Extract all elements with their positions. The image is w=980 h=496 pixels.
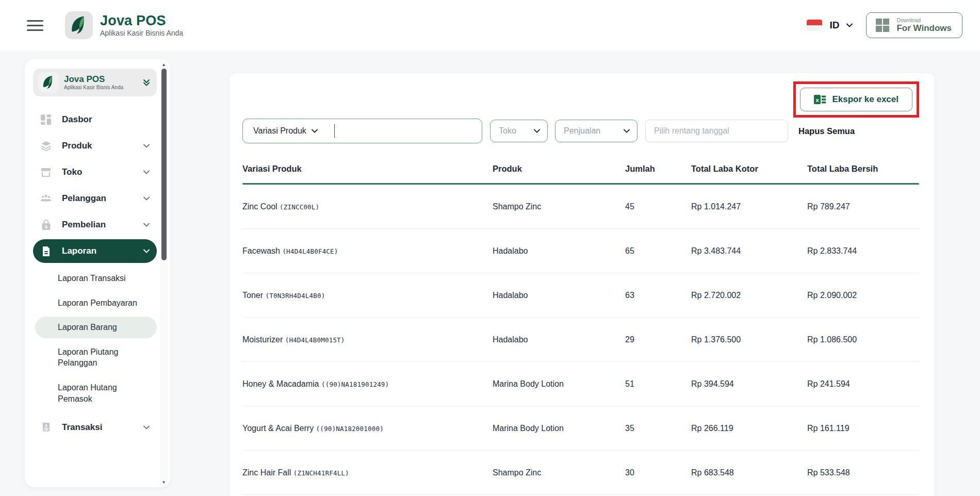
chevron-down-icon <box>143 144 150 148</box>
cell-net: Rp 241.594 <box>807 379 919 389</box>
cell-net: Rp 533.548 <box>807 468 919 477</box>
column-header-jumlah: Jumlah <box>625 164 691 174</box>
table-body: Zinc Cool (ZINCC00L) Shampo Zinc 45 Rp 1… <box>242 185 919 495</box>
table-row[interactable]: Honey & Macadamia ((90)NA181901249) Mari… <box>242 362 919 406</box>
cell-net: Rp 1.086.500 <box>807 335 919 344</box>
cell-variant-code: (H4D4L4B0F4CE) <box>282 247 338 255</box>
sidebar-item-produk[interactable]: Produk <box>33 134 157 158</box>
app-title: Jova POS <box>100 13 183 28</box>
clear-all-filters-button[interactable]: Hapus Semua <box>798 126 855 136</box>
date-range-input[interactable] <box>645 120 788 142</box>
sidebar-item-toko[interactable]: Toko <box>33 160 157 184</box>
download-for-windows-button[interactable]: Download For Windows <box>866 12 962 38</box>
sidebar-item-label: Laporan <box>62 246 133 256</box>
chevron-down-icon <box>143 223 150 227</box>
purchase-bag-icon: $ <box>40 219 52 230</box>
cell-gross: Rp 266.119 <box>691 424 807 433</box>
app-tagline: Aplikasi Kasir Bisnis Anda <box>100 29 183 37</box>
chevron-down-icon[interactable] <box>846 23 853 27</box>
sidebar-item-label: Produk <box>62 141 133 151</box>
sidebar-item-transaksi[interactable]: $ Transaksi <box>33 416 157 439</box>
laporan-submenu: Laporan Transaksi Laporan Pembayaran Lap… <box>33 266 157 416</box>
sidebar-item-pelanggan[interactable]: Pelanggan <box>33 187 157 210</box>
cell-product: Shampo Zinc <box>493 468 625 477</box>
cell-net: Rp 161.119 <box>807 424 919 433</box>
report-document-icon <box>40 245 52 257</box>
sidebar-item-label: Toko <box>62 167 133 177</box>
dashboard-icon <box>40 114 52 125</box>
sales-filter-label: Penjualan <box>564 126 600 136</box>
transaction-receipt-icon: $ <box>40 422 52 433</box>
sidebar-subitem-laporan-barang[interactable]: Laporan Barang <box>35 317 157 338</box>
cell-product: Shampo Zinc <box>493 202 625 211</box>
cell-variant-code: (Z1NCH41RF4LL) <box>293 469 349 477</box>
table-row[interactable]: Zinc Hair Fall (Z1NCH41RF4LL) Shampo Zin… <box>242 451 919 495</box>
app-header: Jova POS Aplikasi Kasir Bisnis Anda ID D… <box>0 0 980 51</box>
table-row[interactable]: Moisturizer (H4D4L4B0M015T) Hadalabo 29 … <box>242 318 919 362</box>
sidebar: Jova POS Aplikasi Kasir Bisnis Anda <box>25 59 170 487</box>
cell-net: Rp 2.090.002 <box>807 291 919 300</box>
cell-variant: Facewash (H4D4L4B0F4CE) <box>242 246 493 256</box>
cell-variant: Yogurt & Acai Berry ((90)NA182001000) <box>242 424 493 433</box>
language-selector[interactable]: ID <box>829 20 839 31</box>
jova-pos-logo-icon <box>38 72 59 93</box>
sidebar-subitem-laporan-pembayaran[interactable]: Laporan Pembayaran <box>35 292 157 314</box>
table-row[interactable]: Zinc Cool (ZINCC00L) Shampo Zinc 45 Rp 1… <box>242 185 919 229</box>
cell-qty: 30 <box>625 468 691 477</box>
cell-product: Hadalabo <box>493 246 625 256</box>
indonesia-flag-icon <box>807 20 822 31</box>
sidebar-item-dasbor[interactable]: Dasbor <box>33 108 157 131</box>
cell-variant-code: ((90)NA181901249) <box>321 381 389 388</box>
sidebar-brand-card[interactable]: Jova POS Aplikasi Kasir Bisnis Anda <box>33 69 157 96</box>
table-row[interactable]: Facewash (H4D4L4B0F4CE) Hadalabo 65 Rp 3… <box>242 229 919 273</box>
cell-gross: Rp 683.548 <box>691 468 807 477</box>
export-to-excel-button[interactable]: x Ekspor ke excel <box>800 88 912 111</box>
cell-qty: 63 <box>625 291 691 300</box>
cell-variant: Moisturizer (H4D4L4B0M015T) <box>242 335 493 344</box>
sidebar-brand-title: Jova POS <box>64 75 123 85</box>
sidebar-item-pembelian[interactable]: $ Pembelian <box>33 213 157 237</box>
cell-qty: 51 <box>625 379 691 389</box>
cell-variant-name: Yogurt & Acai Berry <box>242 424 316 433</box>
cell-product: Marina Body Lotion <box>493 424 625 433</box>
sidebar-subitem-laporan-hutang-pemasok[interactable]: Laporan Hutang Pemasok <box>35 377 157 409</box>
scrollbar-up-arrow-icon[interactable]: ▲ <box>160 61 168 68</box>
cell-variant-code: ((90)NA182001000) <box>316 425 384 433</box>
cell-gross: Rp 1.014.247 <box>691 202 807 211</box>
sidebar-item-label: Transaksi <box>62 422 133 433</box>
sales-filter-select[interactable]: Penjualan <box>555 120 638 142</box>
cell-variant-code: (T0N3RH4D4L4B0) <box>265 292 325 300</box>
cell-variant: Honey & Macadamia ((90)NA181901249) <box>242 379 493 389</box>
chevron-down-icon <box>143 170 150 174</box>
chevron-down-icon[interactable] <box>312 129 318 133</box>
sidebar-item-laporan[interactable]: Laporan <box>33 239 157 263</box>
chevron-down-icon <box>534 129 540 133</box>
sidebar-brand-tagline: Aplikasi Kasir Bisnis Anda <box>64 85 123 90</box>
download-label-small: Download <box>896 17 952 23</box>
cell-product: Hadalabo <box>493 291 625 300</box>
scrollbar-thumb[interactable] <box>161 69 167 260</box>
store-filter-select[interactable]: Toko <box>490 120 548 142</box>
scrollbar-down-arrow-icon[interactable]: ▼ <box>160 478 168 486</box>
chevron-down-icon <box>143 196 150 201</box>
sidebar-subitem-laporan-transaksi[interactable]: Laporan Transaksi <box>35 268 157 289</box>
sidebar-item-label: Pembelian <box>62 220 133 230</box>
chevron-down-icon <box>143 425 150 429</box>
cell-gross: Rp 3.483.744 <box>691 246 807 256</box>
table-row[interactable]: Yogurt & Acai Berry ((90)NA182001000) Ma… <box>242 406 919 451</box>
cell-variant-name: Zinc Cool <box>242 202 280 211</box>
windows-logo-icon <box>875 18 890 33</box>
cell-gross: Rp 1.376.500 <box>691 335 807 344</box>
hamburger-menu-icon[interactable] <box>27 20 43 31</box>
sidebar-collapse-icon[interactable] <box>142 78 151 87</box>
svg-text:x: x <box>816 97 820 103</box>
sidebar-subitem-laporan-piutang-pelanggan[interactable]: Laporan Piutang Pelanggan <box>35 341 157 374</box>
cell-net: Rp 2.833.744 <box>807 246 919 256</box>
variant-filter-combo[interactable]: Variasi Produk <box>242 119 482 143</box>
variant-search-input[interactable] <box>335 126 475 136</box>
cell-qty: 45 <box>625 202 691 211</box>
sidebar-scrollbar[interactable]: ▲ ▼ <box>160 61 168 486</box>
table-row[interactable]: Toner (T0N3RH4D4L4B0) Hadalabo 63 Rp 2.7… <box>242 273 919 318</box>
cell-variant-name: Facewash <box>242 246 282 255</box>
excel-icon: x <box>814 94 826 105</box>
